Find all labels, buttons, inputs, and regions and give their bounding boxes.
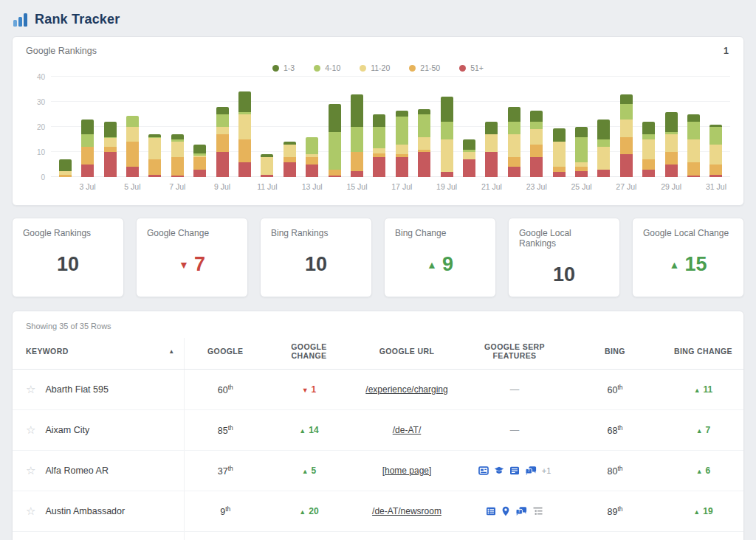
change-value: ▼1 <box>302 384 317 395</box>
keyword-cell: ☆Alfa Romeo AR <box>13 451 184 491</box>
chart-bar-19-jul[interactable]: 19 Jul <box>436 77 458 195</box>
chart-header: Google Rankings 1 <box>26 46 730 56</box>
chart-bar-3-jul[interactable]: 3 Jul <box>76 77 98 195</box>
chart-bar-9-jul[interactable]: 9 Jul <box>211 77 233 195</box>
keyword-label: Alfa Romeo AR <box>45 465 108 476</box>
up-arrow-icon: ▲ <box>427 259 437 271</box>
chart-bar-20-jul[interactable] <box>458 77 480 195</box>
bing-change-cell: ▲11 <box>663 370 743 410</box>
chart-bar-18-jul[interactable] <box>413 77 436 195</box>
chart-bar-14-jul[interactable] <box>323 77 346 195</box>
bar-stack <box>508 107 520 177</box>
serp-features-cell: ? <box>462 491 567 532</box>
chart-bar-27-jul[interactable]: 27 Jul <box>615 77 637 195</box>
column-header-google-url[interactable]: GOOGLE URL <box>351 338 462 370</box>
bar-segment-4-10 <box>642 134 655 139</box>
bar-segment-51+ <box>373 157 385 177</box>
google-url-link[interactable]: [home page] <box>382 465 432 476</box>
chart-bar-22-jul[interactable] <box>503 77 525 195</box>
legend-label: 11-20 <box>371 63 390 72</box>
bar-chart-logo-icon <box>13 13 27 27</box>
page-title: Rank Tracker <box>35 12 120 27</box>
top-stories-icon[interactable] <box>478 465 489 476</box>
bar-segment-11-20 <box>148 138 161 159</box>
keyword-cell: ☆Austin Ambassador <box>13 491 184 532</box>
chart-bar-12-jul[interactable] <box>278 77 300 195</box>
serp-features-extra-count[interactable]: +1 <box>542 466 551 475</box>
bar-segment-51+ <box>238 162 251 177</box>
chart-bar-21-jul[interactable]: 21 Jul <box>481 77 503 195</box>
rich-list-icon[interactable] <box>486 506 496 516</box>
legend-item-1-3[interactable]: 1-3 <box>272 63 295 72</box>
google-url-link[interactable]: /experience/charging <box>365 384 447 395</box>
column-label: GOOGLE CHANGE <box>291 342 327 360</box>
stat-label: Google Rankings <box>23 228 113 238</box>
chart-bar-17-jul[interactable]: 17 Jul <box>391 77 413 195</box>
column-header-google[interactable]: GOOGLE <box>184 338 267 370</box>
chart-bar-29-jul[interactable]: 29 Jul <box>660 77 682 195</box>
change-value: ▲6 <box>696 465 711 476</box>
bar-segment-11-20 <box>553 142 566 167</box>
keyword-cell: ☆Aixam City <box>13 410 184 451</box>
bar-segment-1-3 <box>687 114 700 122</box>
change-value: ▲14 <box>299 425 318 435</box>
chart-bar-10-jul[interactable] <box>233 77 255 195</box>
chart-bar-5-jul[interactable]: 5 Jul <box>121 77 143 195</box>
people-also-ask-icon[interactable]: ? <box>525 465 537 476</box>
knowledge-graph-icon[interactable] <box>494 465 504 476</box>
local-pack-icon[interactable] <box>501 506 510 516</box>
sitelinks-icon[interactable] <box>532 506 543 516</box>
legend-item-21-50[interactable]: 21-50 <box>409 63 440 72</box>
chart-bar-8-jul[interactable] <box>188 77 210 195</box>
bar-segment-1-3 <box>463 139 475 150</box>
bar-segment-11-20 <box>665 134 678 152</box>
chart-bar-25-jul[interactable]: 25 Jul <box>570 77 592 195</box>
legend-item-4-10[interactable]: 4-10 <box>314 63 340 72</box>
bar-segment-11-20 <box>396 145 408 155</box>
bar-segment-1-3 <box>329 104 341 131</box>
chart-bar-23-jul[interactable]: 23 Jul <box>526 77 548 195</box>
chart-bar-13-jul[interactable]: 13 Jul <box>300 77 323 195</box>
bar-segment-1-3 <box>642 122 655 134</box>
bar-stack <box>351 94 363 177</box>
chart-bar-28-jul[interactable] <box>638 77 660 195</box>
chart-bar-11-jul[interactable]: 11 Jul <box>256 77 278 195</box>
column-header-bing-change[interactable]: BING CHANGE <box>663 338 743 370</box>
featured-snippet-icon[interactable] <box>509 465 520 476</box>
chart-bar-2-jul[interactable] <box>54 77 76 195</box>
svg-text:?: ? <box>518 509 520 513</box>
column-header-google-serp-features[interactable]: GOOGLE SERP FEATURES <box>462 338 567 370</box>
google-url-link[interactable]: /de-AT/newsroom <box>372 506 441 516</box>
legend-item-11-20[interactable]: 11-20 <box>360 63 390 72</box>
bar-segment-11-20 <box>216 127 229 134</box>
column-header-google-change[interactable]: GOOGLE CHANGE <box>267 338 351 370</box>
chart-bar-26-jul[interactable] <box>593 77 615 195</box>
y-axis: 010203040 <box>26 77 51 195</box>
bar-segment-51+ <box>665 165 678 177</box>
bar-segment-11-20 <box>261 157 273 175</box>
chart-bar-4-jul[interactable] <box>99 77 121 195</box>
chart-bar-15-jul[interactable]: 15 Jul <box>346 77 368 195</box>
chart-bar-7-jul[interactable]: 7 Jul <box>166 77 188 195</box>
bar-segment-51+ <box>441 172 453 177</box>
favorite-star-icon[interactable]: ☆ <box>26 383 35 396</box>
bar-stack <box>575 127 588 177</box>
bar-stack <box>642 122 655 177</box>
column-header-keyword[interactable]: KEYWORD▲ <box>13 338 184 370</box>
chart-bar-6-jul[interactable] <box>144 77 166 195</box>
chart-bar-16-jul[interactable] <box>368 77 391 195</box>
google-url-link[interactable]: /de-AT/ <box>393 425 421 435</box>
favorite-star-icon[interactable]: ☆ <box>26 423 35 437</box>
column-header-bing[interactable]: BING <box>567 338 663 370</box>
stat-card-bing-rankings: Bing Rankings10 <box>260 218 372 297</box>
chart-bar-30-jul[interactable] <box>682 77 704 195</box>
chart-bar-24-jul[interactable] <box>548 77 570 195</box>
people-also-ask-icon[interactable]: ? <box>515 506 527 516</box>
favorite-star-icon[interactable]: ☆ <box>26 505 35 518</box>
favorite-star-icon[interactable]: ☆ <box>26 464 35 477</box>
chart-bar-31-jul[interactable]: 31 Jul <box>705 77 727 195</box>
chart-plot: 010203040 3 Jul5 Jul7 Jul9 Jul11 Jul13 J… <box>26 77 730 195</box>
up-arrow-icon: ▲ <box>299 427 306 435</box>
bar-segment-21-50 <box>687 162 700 176</box>
legend-item-51+[interactable]: 51+ <box>459 63 484 72</box>
